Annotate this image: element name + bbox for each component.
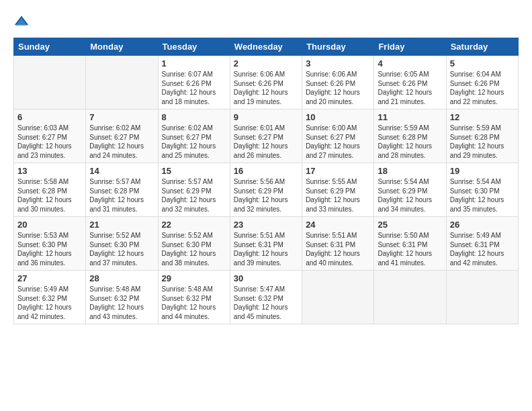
day-number: 5	[450, 58, 515, 68]
day-info: Sunrise: 6:02 AMSunset: 6:27 PMDaylight:…	[89, 124, 154, 160]
page: SundayMondayTuesdayWednesdayThursdayFrid…	[0, 0, 532, 411]
day-number: 7	[89, 112, 154, 122]
day-cell: 2Sunrise: 6:06 AMSunset: 6:26 PMDaylight…	[230, 56, 302, 109]
day-info: Sunrise: 6:02 AMSunset: 6:27 PMDaylight:…	[162, 124, 226, 160]
day-info: Sunrise: 5:53 AMSunset: 6:30 PMDaylight:…	[17, 231, 82, 267]
day-info: Sunrise: 6:06 AMSunset: 6:26 PMDaylight:…	[234, 70, 298, 106]
week-row-5: 27Sunrise: 5:49 AMSunset: 6:32 PMDayligh…	[14, 271, 519, 324]
day-info: Sunrise: 5:52 AMSunset: 6:30 PMDaylight:…	[89, 231, 154, 267]
week-row-4: 20Sunrise: 5:53 AMSunset: 6:30 PMDayligh…	[14, 217, 519, 271]
day-cell: 13Sunrise: 5:58 AMSunset: 6:28 PMDayligh…	[14, 163, 86, 217]
day-cell: 12Sunrise: 5:59 AMSunset: 6:28 PMDayligh…	[446, 109, 518, 163]
day-cell: 22Sunrise: 5:52 AMSunset: 6:30 PMDayligh…	[158, 217, 230, 271]
day-number: 1	[162, 58, 226, 68]
day-info: Sunrise: 5:59 AMSunset: 6:28 PMDaylight:…	[450, 124, 515, 160]
day-number: 27	[17, 273, 82, 283]
day-info: Sunrise: 5:59 AMSunset: 6:28 PMDaylight:…	[378, 124, 442, 160]
day-number: 22	[162, 220, 226, 230]
day-cell: 23Sunrise: 5:51 AMSunset: 6:31 PMDayligh…	[230, 217, 302, 271]
col-header-sunday: Sunday	[14, 38, 86, 56]
day-cell: 11Sunrise: 5:59 AMSunset: 6:28 PMDayligh…	[374, 109, 446, 163]
day-info: Sunrise: 5:51 AMSunset: 6:31 PMDaylight:…	[234, 231, 298, 267]
day-number: 16	[234, 166, 298, 176]
calendar-table: SundayMondayTuesdayWednesdayThursdayFrid…	[13, 38, 519, 324]
day-cell: 28Sunrise: 5:48 AMSunset: 6:32 PMDayligh…	[86, 271, 158, 324]
day-cell: 20Sunrise: 5:53 AMSunset: 6:30 PMDayligh…	[14, 217, 86, 271]
day-info: Sunrise: 5:58 AMSunset: 6:28 PMDaylight:…	[17, 177, 82, 214]
day-cell: 3Sunrise: 6:06 AMSunset: 6:26 PMDaylight…	[302, 56, 374, 109]
day-info: Sunrise: 5:50 AMSunset: 6:31 PMDaylight:…	[378, 231, 442, 267]
day-cell: 29Sunrise: 5:48 AMSunset: 6:32 PMDayligh…	[158, 271, 230, 324]
day-cell: 19Sunrise: 5:54 AMSunset: 6:30 PMDayligh…	[446, 163, 518, 217]
day-info: Sunrise: 5:47 AMSunset: 6:32 PMDaylight:…	[234, 285, 298, 321]
day-info: Sunrise: 5:49 AMSunset: 6:32 PMDaylight:…	[17, 285, 82, 321]
day-number: 9	[234, 112, 298, 122]
day-cell: 1Sunrise: 6:07 AMSunset: 6:26 PMDaylight…	[158, 56, 230, 109]
day-cell: 14Sunrise: 5:57 AMSunset: 6:28 PMDayligh…	[86, 163, 158, 217]
day-number: 11	[378, 112, 442, 122]
day-cell: 30Sunrise: 5:47 AMSunset: 6:32 PMDayligh…	[230, 271, 302, 324]
day-number: 13	[17, 166, 82, 176]
day-number: 2	[234, 58, 298, 68]
day-number: 21	[89, 220, 154, 230]
col-header-thursday: Thursday	[302, 38, 374, 56]
col-header-friday: Friday	[374, 38, 446, 56]
day-cell: 24Sunrise: 5:51 AMSunset: 6:31 PMDayligh…	[302, 217, 374, 271]
day-info: Sunrise: 5:48 AMSunset: 6:32 PMDaylight:…	[162, 285, 226, 321]
col-header-monday: Monday	[86, 38, 158, 56]
day-number: 3	[306, 58, 370, 68]
col-header-tuesday: Tuesday	[158, 38, 230, 56]
day-cell: 27Sunrise: 5:49 AMSunset: 6:32 PMDayligh…	[14, 271, 86, 324]
day-info: Sunrise: 6:05 AMSunset: 6:26 PMDaylight:…	[378, 70, 442, 106]
day-cell: 5Sunrise: 6:04 AMSunset: 6:26 PMDaylight…	[446, 56, 518, 109]
day-info: Sunrise: 5:48 AMSunset: 6:32 PMDaylight:…	[89, 285, 154, 321]
day-number: 19	[450, 166, 515, 176]
day-number: 17	[306, 166, 370, 176]
day-number: 12	[450, 112, 515, 122]
day-info: Sunrise: 6:00 AMSunset: 6:27 PMDaylight:…	[306, 124, 370, 160]
day-number: 10	[306, 112, 370, 122]
day-number: 28	[89, 273, 154, 283]
day-cell: 9Sunrise: 6:01 AMSunset: 6:27 PMDaylight…	[230, 109, 302, 163]
col-header-saturday: Saturday	[446, 38, 518, 56]
day-number: 14	[89, 166, 154, 176]
day-cell: 4Sunrise: 6:05 AMSunset: 6:26 PMDaylight…	[374, 56, 446, 109]
day-number: 20	[17, 220, 82, 230]
day-cell: 18Sunrise: 5:54 AMSunset: 6:29 PMDayligh…	[374, 163, 446, 217]
day-cell: 6Sunrise: 6:03 AMSunset: 6:27 PMDaylight…	[14, 109, 86, 163]
day-info: Sunrise: 5:56 AMSunset: 6:29 PMDaylight:…	[234, 177, 298, 214]
day-info: Sunrise: 6:07 AMSunset: 6:26 PMDaylight:…	[162, 70, 226, 106]
day-cell	[446, 271, 518, 324]
week-row-1: 1Sunrise: 6:07 AMSunset: 6:26 PMDaylight…	[14, 56, 519, 109]
day-cell: 10Sunrise: 6:00 AMSunset: 6:27 PMDayligh…	[302, 109, 374, 163]
logo	[13, 13, 32, 30]
day-info: Sunrise: 5:57 AMSunset: 6:28 PMDaylight:…	[89, 177, 154, 214]
day-number: 26	[450, 220, 515, 230]
day-cell	[14, 56, 86, 109]
day-cell: 8Sunrise: 6:02 AMSunset: 6:27 PMDaylight…	[158, 109, 230, 163]
day-info: Sunrise: 5:57 AMSunset: 6:29 PMDaylight:…	[162, 177, 226, 214]
day-number: 23	[234, 220, 298, 230]
week-row-2: 6Sunrise: 6:03 AMSunset: 6:27 PMDaylight…	[14, 109, 519, 163]
day-info: Sunrise: 6:04 AMSunset: 6:26 PMDaylight:…	[450, 70, 515, 106]
day-number: 15	[162, 166, 226, 176]
day-number: 4	[378, 58, 442, 68]
day-number: 6	[17, 112, 82, 122]
day-cell: 26Sunrise: 5:49 AMSunset: 6:31 PMDayligh…	[446, 217, 518, 271]
day-number: 29	[162, 273, 226, 283]
col-header-wednesday: Wednesday	[230, 38, 302, 56]
logo-icon	[13, 13, 30, 30]
day-cell	[86, 56, 158, 109]
day-number: 30	[234, 273, 298, 283]
calendar-header-row: SundayMondayTuesdayWednesdayThursdayFrid…	[14, 38, 519, 56]
day-info: Sunrise: 5:52 AMSunset: 6:30 PMDaylight:…	[162, 231, 226, 267]
day-info: Sunrise: 5:54 AMSunset: 6:30 PMDaylight:…	[450, 177, 515, 214]
day-cell	[374, 271, 446, 324]
day-info: Sunrise: 6:06 AMSunset: 6:26 PMDaylight:…	[306, 70, 370, 106]
day-info: Sunrise: 5:54 AMSunset: 6:29 PMDaylight:…	[378, 177, 442, 214]
day-cell: 16Sunrise: 5:56 AMSunset: 6:29 PMDayligh…	[230, 163, 302, 217]
day-cell: 25Sunrise: 5:50 AMSunset: 6:31 PMDayligh…	[374, 217, 446, 271]
day-number: 8	[162, 112, 226, 122]
day-cell	[302, 271, 374, 324]
day-number: 24	[306, 220, 370, 230]
